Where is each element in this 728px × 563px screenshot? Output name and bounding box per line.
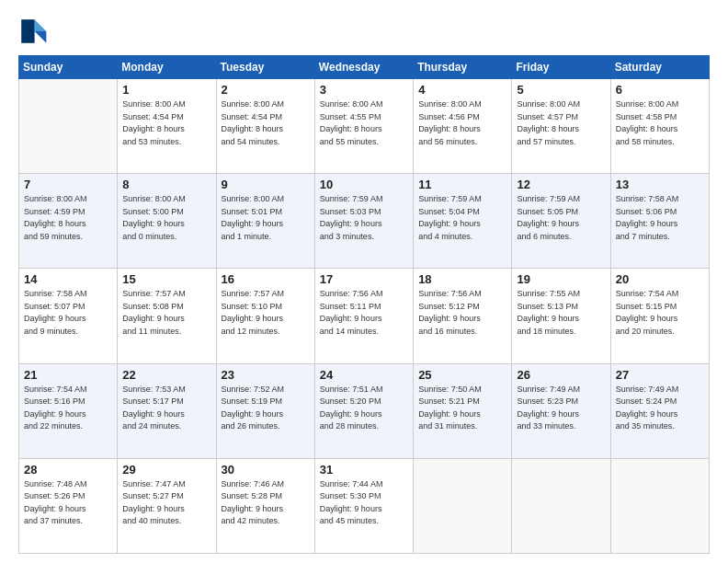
calendar-cell: 2Sunrise: 8:00 AM Sunset: 4:54 PM Daylig… bbox=[216, 79, 314, 174]
svg-rect-2 bbox=[21, 19, 34, 31]
weekday-header-monday: Monday bbox=[118, 56, 216, 79]
day-info: Sunrise: 7:46 AM Sunset: 5:28 PM Dayligh… bbox=[222, 478, 310, 528]
day-info: Sunrise: 8:00 AM Sunset: 4:54 PM Dayligh… bbox=[222, 98, 310, 148]
weekday-row: SundayMondayTuesdayWednesdayThursdayFrid… bbox=[19, 56, 710, 79]
calendar-week-row: 7Sunrise: 8:00 AM Sunset: 4:59 PM Daylig… bbox=[19, 174, 710, 269]
day-number: 27 bbox=[616, 368, 704, 382]
day-info: Sunrise: 7:57 AM Sunset: 5:08 PM Dayligh… bbox=[122, 288, 210, 338]
calendar-cell bbox=[610, 458, 709, 553]
calendar-cell: 29Sunrise: 7:47 AM Sunset: 5:27 PM Dayli… bbox=[118, 458, 216, 553]
calendar-cell: 11Sunrise: 7:59 AM Sunset: 5:04 PM Dayli… bbox=[414, 174, 512, 269]
calendar-cell: 7Sunrise: 8:00 AM Sunset: 4:59 PM Daylig… bbox=[19, 174, 118, 269]
calendar-cell: 14Sunrise: 7:58 AM Sunset: 5:07 PM Dayli… bbox=[19, 269, 118, 363]
day-number: 15 bbox=[122, 272, 210, 286]
day-number: 10 bbox=[320, 178, 408, 191]
calendar-week-row: 1Sunrise: 8:00 AM Sunset: 4:54 PM Daylig… bbox=[19, 79, 710, 174]
calendar-cell bbox=[19, 79, 118, 174]
day-info: Sunrise: 7:52 AM Sunset: 5:19 PM Dayligh… bbox=[222, 384, 310, 433]
day-number: 25 bbox=[418, 368, 506, 382]
day-info: Sunrise: 8:00 AM Sunset: 4:57 PM Dayligh… bbox=[517, 98, 605, 148]
day-info: Sunrise: 7:56 AM Sunset: 5:11 PM Dayligh… bbox=[320, 288, 408, 338]
calendar-cell: 15Sunrise: 7:57 AM Sunset: 5:08 PM Dayli… bbox=[118, 269, 216, 363]
calendar-cell: 25Sunrise: 7:50 AM Sunset: 5:21 PM Dayli… bbox=[414, 363, 512, 458]
day-number: 28 bbox=[24, 463, 112, 477]
calendar-cell: 17Sunrise: 7:56 AM Sunset: 5:11 PM Dayli… bbox=[314, 269, 413, 363]
day-number: 3 bbox=[320, 83, 408, 97]
day-number: 17 bbox=[320, 272, 408, 286]
day-info: Sunrise: 7:59 AM Sunset: 5:05 PM Dayligh… bbox=[517, 193, 605, 243]
logo-icon bbox=[18, 17, 48, 46]
day-number: 24 bbox=[320, 368, 408, 382]
day-info: Sunrise: 7:49 AM Sunset: 5:24 PM Dayligh… bbox=[616, 384, 704, 433]
day-info: Sunrise: 7:59 AM Sunset: 5:03 PM Dayligh… bbox=[320, 193, 408, 243]
day-info: Sunrise: 7:58 AM Sunset: 5:06 PM Dayligh… bbox=[616, 193, 704, 243]
page: SundayMondayTuesdayWednesdayThursdayFrid… bbox=[0, 0, 728, 563]
calendar-body: 1Sunrise: 8:00 AM Sunset: 4:54 PM Daylig… bbox=[19, 79, 710, 554]
day-number: 29 bbox=[122, 463, 210, 477]
calendar-cell: 27Sunrise: 7:49 AM Sunset: 5:24 PM Dayli… bbox=[610, 363, 709, 458]
day-number: 18 bbox=[418, 272, 506, 286]
day-number: 13 bbox=[616, 178, 704, 191]
calendar-week-row: 28Sunrise: 7:48 AM Sunset: 5:26 PM Dayli… bbox=[19, 458, 710, 553]
calendar-cell: 3Sunrise: 8:00 AM Sunset: 4:55 PM Daylig… bbox=[314, 79, 413, 174]
calendar-header: SundayMondayTuesdayWednesdayThursdayFrid… bbox=[19, 56, 710, 79]
calendar-cell: 31Sunrise: 7:44 AM Sunset: 5:30 PM Dayli… bbox=[314, 458, 413, 553]
calendar-cell: 22Sunrise: 7:53 AM Sunset: 5:17 PM Dayli… bbox=[118, 363, 216, 458]
calendar-cell: 24Sunrise: 7:51 AM Sunset: 5:20 PM Dayli… bbox=[314, 363, 413, 458]
day-number: 5 bbox=[517, 83, 605, 97]
day-number: 31 bbox=[320, 463, 408, 477]
day-info: Sunrise: 8:00 AM Sunset: 5:01 PM Dayligh… bbox=[222, 193, 310, 243]
calendar-cell: 5Sunrise: 8:00 AM Sunset: 4:57 PM Daylig… bbox=[512, 79, 610, 174]
logo bbox=[18, 17, 51, 46]
day-info: Sunrise: 7:54 AM Sunset: 5:15 PM Dayligh… bbox=[616, 288, 704, 338]
calendar-cell: 9Sunrise: 8:00 AM Sunset: 5:01 PM Daylig… bbox=[216, 174, 314, 269]
calendar-cell: 18Sunrise: 7:56 AM Sunset: 5:12 PM Dayli… bbox=[414, 269, 512, 363]
day-number: 6 bbox=[616, 83, 704, 97]
day-number: 11 bbox=[418, 178, 506, 191]
calendar-cell: 8Sunrise: 8:00 AM Sunset: 5:00 PM Daylig… bbox=[118, 174, 216, 269]
day-info: Sunrise: 7:54 AM Sunset: 5:16 PM Dayligh… bbox=[24, 384, 112, 433]
day-number: 2 bbox=[222, 83, 310, 97]
day-info: Sunrise: 8:00 AM Sunset: 4:55 PM Dayligh… bbox=[320, 98, 408, 148]
day-info: Sunrise: 7:51 AM Sunset: 5:20 PM Dayligh… bbox=[320, 384, 408, 433]
calendar-cell: 21Sunrise: 7:54 AM Sunset: 5:16 PM Dayli… bbox=[19, 363, 118, 458]
day-number: 20 bbox=[616, 272, 704, 286]
day-number: 21 bbox=[24, 368, 112, 382]
calendar: SundayMondayTuesdayWednesdayThursdayFrid… bbox=[18, 55, 710, 554]
svg-marker-1 bbox=[35, 31, 47, 43]
calendar-cell: 12Sunrise: 7:59 AM Sunset: 5:05 PM Dayli… bbox=[512, 174, 610, 269]
weekday-header-saturday: Saturday bbox=[610, 56, 709, 79]
calendar-cell: 10Sunrise: 7:59 AM Sunset: 5:03 PM Dayli… bbox=[314, 174, 413, 269]
day-number: 16 bbox=[222, 272, 310, 286]
day-number: 7 bbox=[24, 178, 112, 191]
day-info: Sunrise: 7:53 AM Sunset: 5:17 PM Dayligh… bbox=[122, 384, 210, 433]
calendar-week-row: 21Sunrise: 7:54 AM Sunset: 5:16 PM Dayli… bbox=[19, 363, 710, 458]
weekday-header-friday: Friday bbox=[512, 56, 610, 79]
day-info: Sunrise: 8:00 AM Sunset: 4:56 PM Dayligh… bbox=[418, 98, 506, 148]
day-info: Sunrise: 7:59 AM Sunset: 5:04 PM Dayligh… bbox=[418, 193, 506, 243]
day-info: Sunrise: 7:56 AM Sunset: 5:12 PM Dayligh… bbox=[418, 288, 506, 338]
calendar-cell: 26Sunrise: 7:49 AM Sunset: 5:23 PM Dayli… bbox=[512, 363, 610, 458]
header bbox=[18, 17, 710, 46]
calendar-cell: 28Sunrise: 7:48 AM Sunset: 5:26 PM Dayli… bbox=[19, 458, 118, 553]
calendar-cell: 23Sunrise: 7:52 AM Sunset: 5:19 PM Dayli… bbox=[216, 363, 314, 458]
calendar-cell: 1Sunrise: 8:00 AM Sunset: 4:54 PM Daylig… bbox=[118, 79, 216, 174]
day-number: 26 bbox=[517, 368, 605, 382]
weekday-header-tuesday: Tuesday bbox=[216, 56, 314, 79]
day-info: Sunrise: 8:00 AM Sunset: 4:58 PM Dayligh… bbox=[616, 98, 704, 148]
day-number: 4 bbox=[418, 83, 506, 97]
calendar-cell: 30Sunrise: 7:46 AM Sunset: 5:28 PM Dayli… bbox=[216, 458, 314, 553]
svg-marker-0 bbox=[35, 19, 47, 31]
day-info: Sunrise: 8:00 AM Sunset: 5:00 PM Dayligh… bbox=[122, 193, 210, 243]
calendar-cell: 19Sunrise: 7:55 AM Sunset: 5:13 PM Dayli… bbox=[512, 269, 610, 363]
calendar-cell bbox=[414, 458, 512, 553]
calendar-cell: 16Sunrise: 7:57 AM Sunset: 5:10 PM Dayli… bbox=[216, 269, 314, 363]
day-info: Sunrise: 8:00 AM Sunset: 4:59 PM Dayligh… bbox=[24, 193, 112, 243]
day-number: 23 bbox=[222, 368, 310, 382]
day-info: Sunrise: 8:00 AM Sunset: 4:54 PM Dayligh… bbox=[122, 98, 210, 148]
calendar-cell: 20Sunrise: 7:54 AM Sunset: 5:15 PM Dayli… bbox=[610, 269, 709, 363]
day-info: Sunrise: 7:57 AM Sunset: 5:10 PM Dayligh… bbox=[222, 288, 310, 338]
day-info: Sunrise: 7:50 AM Sunset: 5:21 PM Dayligh… bbox=[418, 384, 506, 433]
day-number: 19 bbox=[517, 272, 605, 286]
day-number: 22 bbox=[122, 368, 210, 382]
